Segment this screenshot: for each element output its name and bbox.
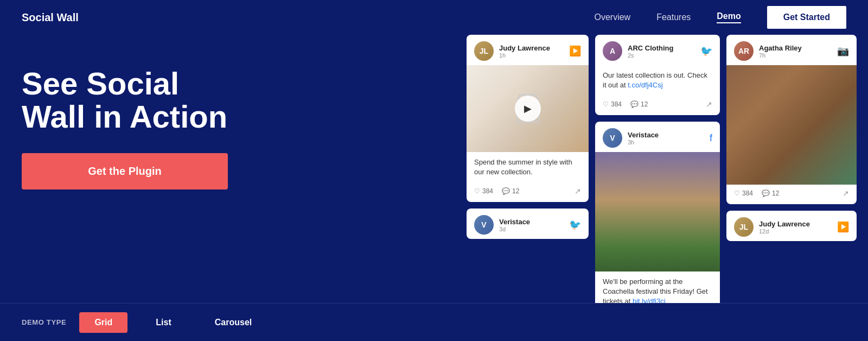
card-image <box>726 65 857 185</box>
site-logo: Social Wall <box>22 11 79 24</box>
username: ARC Clothing <box>628 44 673 52</box>
get-plugin-button[interactable]: Get the Plugin <box>22 153 228 190</box>
cards-area: JL Judy Lawrence 1h ▶️ <box>456 35 868 312</box>
user-info: Judy Lawrence 12d <box>759 220 810 235</box>
card-veristace-2: V Veristace 3d 🐦 <box>467 209 589 239</box>
youtube-icon: ▶️ <box>569 45 581 57</box>
timestamp: 2s <box>628 52 673 59</box>
card-veristace-facebook: V Veristace 3h f We'll be performing at … <box>595 122 720 312</box>
card-column-3: AR Agatha Riley 7h 📷 ♡ 384 💬 12 ↗ <box>726 35 857 312</box>
username: Judy Lawrence <box>759 220 810 228</box>
card-judy-lawrence-2: JL Judy Lawrence 12d ▶️ <box>726 211 857 241</box>
hero-title: See Social Wall in Action <box>22 67 250 134</box>
likes-stat: ♡ 384 <box>474 187 493 195</box>
play-button[interactable]: ▶ <box>515 96 541 122</box>
demo-type-label: DEMO TYPE <box>22 318 66 326</box>
card-column-2: A ARC Clothing 2s 🐦 Our latest collectio… <box>595 35 720 312</box>
twitter-icon: 🐦 <box>569 219 581 231</box>
username: Veristace <box>628 131 659 139</box>
comments-stat: 💬 12 <box>630 100 648 108</box>
card-user: V Veristace 3h <box>603 128 659 148</box>
timestamp: 12d <box>759 228 810 235</box>
heart-icon: ♡ <box>603 100 609 108</box>
hero-section: See Social Wall in Action Get the Plugin… <box>0 35 868 303</box>
card-column-1: JL Judy Lawrence 1h ▶️ <box>467 35 589 312</box>
comments-stat: 💬 12 <box>502 187 519 195</box>
instagram-icon: 📷 <box>837 45 849 57</box>
nav-links: Overview Features Demo Get Started <box>594 6 846 29</box>
card-image <box>595 152 720 271</box>
avatar: AR <box>734 41 754 61</box>
likes-stat: ♡ 384 <box>734 190 753 197</box>
user-info: Agatha Riley 7h <box>759 44 802 59</box>
comments-stat: 💬 12 <box>762 190 779 197</box>
nav-overview[interactable]: Overview <box>594 12 630 22</box>
grid-button[interactable]: Grid <box>79 312 127 333</box>
twitter-icon: 🐦 <box>700 45 712 57</box>
card-image: ▶ <box>467 65 589 152</box>
card-header: A ARC Clothing 2s 🐦 <box>595 35 720 65</box>
user-info: Judy Lawrence 1h <box>499 44 550 59</box>
share-icon[interactable]: ↗ <box>843 189 849 198</box>
facebook-icon: f <box>710 132 712 144</box>
card-body: Our latest collection is out. Check it o… <box>595 65 720 96</box>
card-header: JL Judy Lawrence 12d ▶️ <box>726 211 857 241</box>
timestamp: 7h <box>759 52 802 59</box>
share-icon[interactable]: ↗ <box>706 100 712 109</box>
comment-icon: 💬 <box>762 190 770 197</box>
card-user: AR Agatha Riley 7h <box>734 41 802 61</box>
card-footer: ♡ 384 💬 12 ↗ <box>726 185 857 204</box>
festival-background <box>595 152 720 271</box>
heart-icon: ♡ <box>474 187 480 195</box>
timestamp: 1h <box>499 52 550 59</box>
user-info: Veristace 3d <box>499 218 530 232</box>
rock-background <box>726 65 857 185</box>
card-arc-clothing: A ARC Clothing 2s 🐦 Our latest collectio… <box>595 35 720 115</box>
likes-stat: ♡ 384 <box>603 100 622 108</box>
timestamp: 3h <box>628 139 659 146</box>
nav-demo[interactable]: Demo <box>717 11 741 23</box>
comment-icon: 💬 <box>630 100 639 108</box>
card-user: V Veristace 3d <box>474 215 530 235</box>
card-judy-lawrence-1: JL Judy Lawrence 1h ▶️ <box>467 35 589 202</box>
avatar: JL <box>734 217 754 237</box>
username: Judy Lawrence <box>499 44 550 52</box>
get-started-button[interactable]: Get Started <box>767 6 846 29</box>
card-user: JL Judy Lawrence 1h <box>474 41 550 61</box>
card-footer: ♡ 384 💬 12 ↗ <box>595 96 720 115</box>
carousel-button[interactable]: Carousel <box>200 312 267 333</box>
card-body: Spend the summer in style with our new c… <box>467 152 589 182</box>
username: Veristace <box>499 218 530 226</box>
card-header: V Veristace 3d 🐦 <box>467 209 589 239</box>
card-header: AR Agatha Riley 7h 📷 <box>726 35 857 65</box>
user-info: ARC Clothing 2s <box>628 44 673 59</box>
heart-icon: ♡ <box>734 190 740 197</box>
timestamp: 3d <box>499 226 530 232</box>
username: Agatha Riley <box>759 44 802 52</box>
card-footer: ♡ 384 💬 12 ↗ <box>467 182 589 202</box>
avatar: V <box>603 128 622 148</box>
card-header: JL Judy Lawrence 1h ▶️ <box>467 35 589 65</box>
avatar: A <box>603 41 622 61</box>
nav-features[interactable]: Features <box>656 12 691 22</box>
card-user: JL Judy Lawrence 12d <box>734 217 810 237</box>
bottom-bar: DEMO TYPE Grid List Carousel <box>0 303 868 341</box>
youtube-icon: ▶️ <box>837 221 849 233</box>
avatar: V <box>474 215 494 235</box>
card-user: A ARC Clothing 2s <box>603 41 673 61</box>
card-header: V Veristace 3h f <box>595 122 720 152</box>
list-button[interactable]: List <box>141 312 186 333</box>
navbar: Social Wall Overview Features Demo Get S… <box>0 0 868 35</box>
hero-text: See Social Wall in Action Get the Plugin <box>22 62 250 190</box>
card-link[interactable]: t.co/dfj4Csj <box>628 81 662 89</box>
avatar: JL <box>474 41 494 61</box>
share-icon[interactable]: ↗ <box>575 187 581 195</box>
user-info: Veristace 3h <box>628 131 659 146</box>
card-agatha-riley: AR Agatha Riley 7h 📷 ♡ 384 💬 12 ↗ <box>726 35 857 204</box>
comment-icon: 💬 <box>502 187 510 195</box>
